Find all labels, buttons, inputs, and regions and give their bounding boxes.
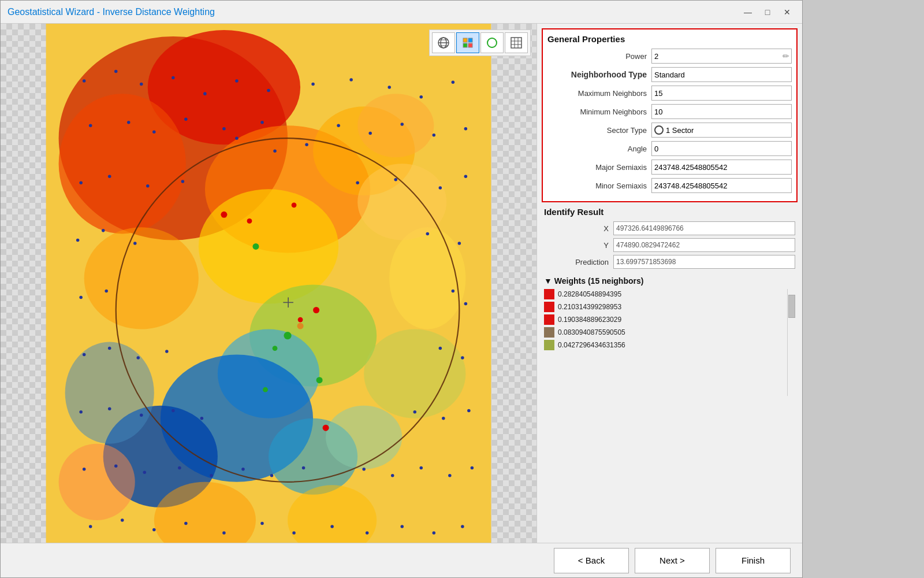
power-edit-icon: ✏: [783, 51, 789, 61]
svg-point-18: [357, 164, 446, 240]
svg-point-47: [433, 134, 436, 137]
svg-point-97: [222, 531, 226, 535]
major-semiaxis-input[interactable]: [654, 163, 789, 172]
svg-point-29: [172, 76, 175, 80]
svg-point-45: [368, 132, 372, 135]
svg-point-105: [235, 136, 239, 140]
svg-point-109: [247, 218, 252, 224]
svg-point-67: [108, 347, 111, 350]
svg-point-92: [471, 466, 474, 470]
y-label: Y: [544, 241, 613, 250]
svg-point-69: [165, 350, 169, 353]
power-label: Power: [547, 52, 651, 61]
svg-point-89: [391, 474, 394, 477]
sector-type-row: Sector Type 1 Sector 4 Sectors 4 Sectors…: [547, 123, 792, 138]
svg-point-75: [172, 409, 175, 413]
identify-result-section: Identify Result X 497326.64149896766 Y 4…: [542, 207, 798, 272]
circle-tool-button[interactable]: [480, 32, 504, 53]
svg-point-3: [59, 94, 186, 234]
svg-point-27: [114, 70, 118, 73]
finish-button[interactable]: Finish: [716, 548, 791, 573]
svg-point-82: [143, 471, 147, 475]
main-window: Geostatistical Wizard - Inverse Distance…: [0, 0, 803, 578]
layer-icon: [461, 36, 474, 49]
svg-point-113: [323, 425, 329, 431]
prediction-row: Prediction 13.6997571853698: [544, 255, 795, 269]
svg-point-118: [263, 387, 268, 392]
max-neighbors-label: Maximum Neighbors: [547, 89, 651, 98]
circle-icon: [486, 36, 498, 49]
close-button[interactable]: ✕: [779, 4, 795, 20]
svg-point-17: [389, 227, 465, 329]
svg-point-34: [349, 78, 353, 81]
svg-point-16: [364, 329, 465, 418]
weights-list[interactable]: 0.282840548894395 0.210314399298953 0.19…: [544, 289, 795, 396]
min-neighbors-input[interactable]: [654, 108, 776, 116]
svg-point-39: [127, 121, 131, 124]
angle-input[interactable]: [654, 144, 776, 153]
svg-point-21: [357, 94, 434, 157]
table-icon: [510, 36, 523, 49]
layer-tool-button[interactable]: [456, 32, 479, 53]
sector-type-select[interactable]: 1 Sector 4 Sectors 4 Sectors shifted 8 S…: [666, 126, 789, 135]
table-tool-button[interactable]: [505, 32, 528, 53]
weights-chevron: ▼: [544, 276, 552, 286]
bottom-bar: < Back Next > Finish: [1, 543, 802, 577]
minor-semiaxis-input[interactable]: [654, 181, 789, 190]
power-input[interactable]: [654, 52, 776, 61]
svg-point-61: [458, 242, 461, 245]
svg-point-112: [298, 317, 303, 323]
svg-point-102: [400, 525, 404, 528]
svg-point-32: [267, 89, 270, 92]
svg-point-72: [79, 410, 83, 414]
maximize-button[interactable]: □: [759, 4, 776, 20]
svg-point-44: [337, 124, 340, 127]
svg-rect-127: [463, 43, 467, 47]
svg-point-83: [178, 466, 181, 470]
svg-point-7: [84, 227, 199, 329]
max-neighbors-row: Maximum Neighbors: [547, 86, 792, 101]
general-properties-panel: General Properties Power ✏ Neighborhood …: [542, 28, 798, 202]
globe-tool-button[interactable]: [432, 32, 455, 53]
svg-point-119: [297, 323, 304, 329]
map-svg: [1, 24, 536, 577]
minor-semiaxis-label: Minor Semiaxis: [547, 181, 651, 190]
title-prefix: Geostatistical Wizard -: [8, 7, 102, 17]
svg-point-37: [452, 81, 455, 84]
svg-point-63: [105, 290, 108, 293]
svg-point-106: [273, 149, 277, 153]
y-value: 474890.0829472462: [613, 238, 795, 252]
svg-point-31: [235, 79, 239, 83]
svg-point-86: [270, 474, 274, 477]
max-neighbors-input[interactable]: [654, 89, 776, 98]
svg-point-30: [203, 92, 207, 95]
svg-point-114: [252, 243, 259, 250]
svg-point-78: [442, 417, 445, 420]
title-bar: Geostatistical Wizard - Inverse Distance…: [1, 1, 802, 24]
back-button[interactable]: < Back: [554, 548, 629, 573]
svg-point-96: [184, 522, 188, 525]
x-label: X: [544, 224, 613, 233]
power-row: Power ✏: [547, 49, 792, 64]
major-semiaxis-label: Major Semiaxis: [547, 163, 651, 172]
neighborhood-type-select[interactable]: Standard Smooth: [654, 71, 789, 79]
window-controls: — □ ✕: [740, 4, 795, 20]
angle-label: Angle: [547, 144, 651, 153]
prediction-label: Prediction: [544, 258, 613, 266]
x-value: 497326.64149896766: [613, 221, 795, 235]
next-button[interactable]: Next >: [635, 548, 710, 573]
svg-point-60: [426, 232, 430, 236]
min-neighbors-row: Minimum Neighbors: [547, 104, 792, 119]
general-properties-title: General Properties: [547, 34, 792, 44]
minimize-button[interactable]: —: [740, 4, 756, 20]
neighborhood-type-select-container[interactable]: Standard Smooth: [651, 67, 792, 82]
svg-point-73: [108, 407, 111, 410]
svg-point-85: [241, 468, 245, 471]
svg-point-94: [121, 518, 124, 522]
scrollbar-track: [787, 289, 795, 396]
weight-color-swatch: [544, 314, 554, 325]
scrollbar-thumb[interactable]: [788, 295, 795, 318]
main-content: General Properties Power ✏ Neighborhood …: [1, 24, 802, 577]
weight-value: 0.0427296434631356: [558, 341, 625, 349]
sector-type-select-container[interactable]: 1 Sector 4 Sectors 4 Sectors shifted 8 S…: [651, 123, 792, 138]
